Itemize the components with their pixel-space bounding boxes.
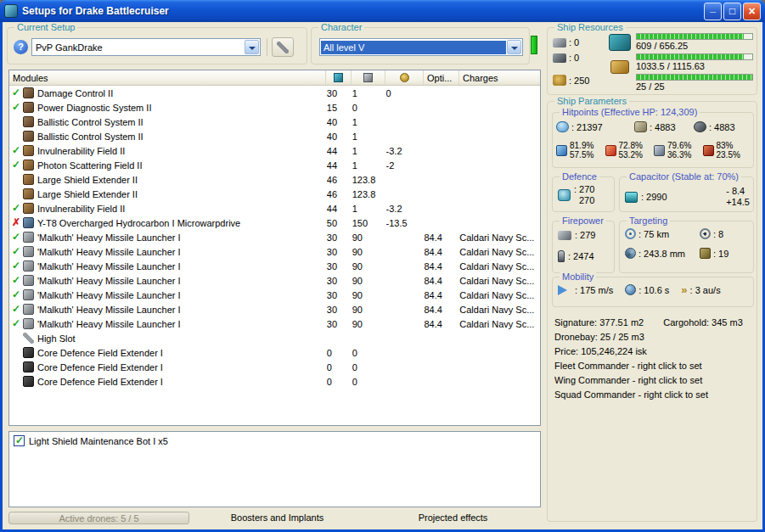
current-setup-group: Current Setup PvP GankDrake: [7, 27, 307, 64]
powergrid-bar: [636, 53, 753, 60]
tab-projected-effects[interactable]: Projected effects: [365, 512, 541, 523]
targeting-label: Targeting: [627, 216, 670, 226]
module-powergrid-value: 150: [352, 218, 386, 228]
align-time-value: : 10.6 s: [638, 285, 669, 295]
module-optimal-value: 84.4: [424, 305, 459, 315]
module-row[interactable]: ✓ 'Malkuth' Heavy Missile Launcher I 30 …: [9, 273, 540, 288]
fleet-commander-text[interactable]: Fleet Commander - right click to set: [554, 359, 753, 373]
defence-label: Defence: [560, 171, 599, 182]
drone-item[interactable]: Light Shield Maintenance Bot I x5: [14, 435, 536, 446]
character-skill-indicator: [531, 36, 537, 54]
calibration-icon: [553, 75, 566, 86]
mobility-label: Mobility: [560, 272, 596, 282]
setup-tools-button[interactable]: [272, 37, 294, 57]
cpu-bar-fill: [637, 34, 744, 39]
launcher-icon: [553, 53, 566, 63]
calibration-value: : 250: [569, 76, 589, 86]
capacitor-recharge: +14.5: [726, 197, 750, 208]
modules-column-header[interactable]: Modules: [9, 70, 326, 85]
help-icon[interactable]: [14, 40, 28, 54]
cpu-column-header[interactable]: [326, 70, 352, 85]
module-row[interactable]: ✓ 'Malkuth' Heavy Missile Launcher I 30 …: [9, 316, 540, 331]
module-row[interactable]: Ballistic Control System II 40 1: [9, 129, 540, 143]
module-cpu-value: 30: [327, 290, 352, 300]
hitpoints-label: Hitpoints (Effective HP: 124,309): [560, 107, 700, 117]
capacitor-usage-icon: [400, 73, 409, 82]
explosive-armor-resist: 23.5%: [717, 150, 740, 160]
close-button[interactable]: [743, 3, 761, 20]
module-row[interactable]: Large Shield Extender II 46 123.8: [9, 187, 540, 201]
module-row[interactable]: Core Defence Field Extender I 0 0: [9, 360, 540, 374]
module-row[interactable]: Large Shield Extender II 46 123.8: [9, 172, 540, 187]
drone-checkbox[interactable]: [14, 435, 25, 446]
module-row[interactable]: ✓ Power Diagnostic System II 15 0: [9, 100, 540, 115]
module-row[interactable]: ✓ 'Malkuth' Heavy Missile Launcher I 30 …: [9, 302, 540, 316]
module-cpu-value: 30: [327, 261, 352, 272]
capacitor-column-header[interactable]: [385, 70, 424, 85]
module-name: Photon Scattering Field II: [37, 160, 327, 171]
module-row[interactable]: ✓ Damage Control II 30 1 0: [9, 86, 540, 100]
squad-commander-text[interactable]: Squad Commander - right click to set: [554, 388, 753, 402]
module-charge-value: Caldari Navy Sc...: [459, 276, 540, 286]
turret-hardpoints-stat: : 0: [553, 37, 579, 48]
module-row[interactable]: Core Defence Field Extender I 0 0: [9, 374, 540, 389]
module-cpu-value: 44: [327, 160, 352, 171]
module-capacitor-value: -3.2: [386, 146, 425, 156]
capacitor-icon: [625, 192, 638, 203]
optimal-column-header[interactable]: Opti...: [424, 70, 459, 85]
targeting-stats: : 75 km : 8 : 243.8 mm : 19: [625, 228, 750, 259]
character-combobox[interactable]: All level V: [319, 38, 523, 56]
defence-icon: [558, 189, 571, 201]
module-row[interactable]: ✓ 'Malkuth' Heavy Missile Launcher I 30 …: [9, 259, 540, 273]
minimize-button[interactable]: [704, 3, 722, 20]
module-cpu-value: 30: [327, 232, 352, 243]
module-row[interactable]: ✗ Y-T8 Overcharged Hydrocarbon I Microwa…: [9, 216, 540, 230]
module-powergrid-value: 1: [352, 132, 386, 142]
module-powergrid-value: 0: [352, 362, 386, 372]
max-targets-value: : 8: [713, 229, 723, 239]
module-row[interactable]: ✓ Photon Scattering Field II 44 1 -2: [9, 158, 540, 172]
module-charge-value: Caldari Navy Sc...: [459, 247, 540, 257]
restore-button[interactable]: [723, 3, 741, 20]
module-row[interactable]: Ballistic Control System II 40 1: [9, 115, 540, 129]
module-status-icon: ✓: [9, 143, 23, 158]
character-dropdown-arrow-icon[interactable]: [507, 40, 521, 54]
module-status-icon: ✓: [9, 201, 23, 216]
titlebar[interactable]: Setups for Drake Battlecruiser: [0, 0, 765, 22]
module-type-icon: [23, 145, 34, 156]
setup-dropdown-arrow-icon[interactable]: [245, 40, 259, 54]
thermal-resist-icon: [605, 145, 616, 156]
cpu-usage-text: 609 / 656.25: [636, 41, 688, 51]
turret-icon: [553, 38, 566, 48]
module-row[interactable]: ✓ 'Malkuth' Heavy Missile Launcher I 30 …: [9, 288, 540, 302]
wing-commander-text[interactable]: Wing Commander - right click to set: [554, 373, 753, 388]
module-powergrid-value: 90: [352, 290, 386, 300]
scan-resolution-stat: : 243.8 mm: [625, 248, 700, 259]
module-status-icon: ✓: [9, 288, 23, 302]
module-row[interactable]: Core Defence Field Extender I 0 0: [9, 345, 540, 360]
hitpoints-group: Hitpoints (Effective HP: 124,309) : 2139…: [552, 112, 754, 168]
module-row[interactable]: ✓ Invulnerability Field II 44 1 -3.2: [9, 143, 540, 158]
module-type-icon: [23, 116, 34, 127]
module-row[interactable]: ✓ Invulnerability Field II 44 1 -3.2: [9, 201, 540, 216]
hitpoints-values-row: : 21397 : 4883 : 4883: [556, 121, 751, 132]
tab-active-drones[interactable]: Active drones: 5 / 5: [8, 512, 189, 524]
module-name: Power Diagnostic System II: [37, 103, 327, 113]
module-type-icon: [23, 289, 34, 300]
module-row[interactable]: High Slot: [9, 331, 540, 345]
speed-stat: : 175 m/s: [558, 285, 613, 295]
module-row[interactable]: ✓ 'Malkuth' Heavy Missile Launcher I 30 …: [9, 230, 540, 244]
tab-boosters-implants[interactable]: Boosters and Implants: [189, 512, 365, 523]
capacitor-group: Capacitor (Stable at: 70%) : 2990 - 8.4 …: [619, 176, 754, 212]
app-window: Setups for Drake Battlecruiser Current S…: [0, 0, 765, 532]
module-cpu-value: 40: [327, 117, 352, 127]
module-powergrid-value: 90: [352, 247, 386, 257]
modules-rows: ✓ Damage Control II 30 1 0 ✓ Power Diagn…: [9, 86, 540, 389]
drone-bandwidth-text: 25 / 25: [636, 81, 665, 92]
powergrid-column-header[interactable]: [352, 70, 385, 85]
setup-combobox[interactable]: PvP GankDrake: [31, 38, 261, 56]
module-row[interactable]: ✓ 'Malkuth' Heavy Missile Launcher I 30 …: [9, 244, 540, 259]
charges-column-header[interactable]: Charges: [459, 70, 540, 85]
module-type-icon: [23, 217, 34, 228]
calibration-stat: : 250: [553, 75, 589, 86]
